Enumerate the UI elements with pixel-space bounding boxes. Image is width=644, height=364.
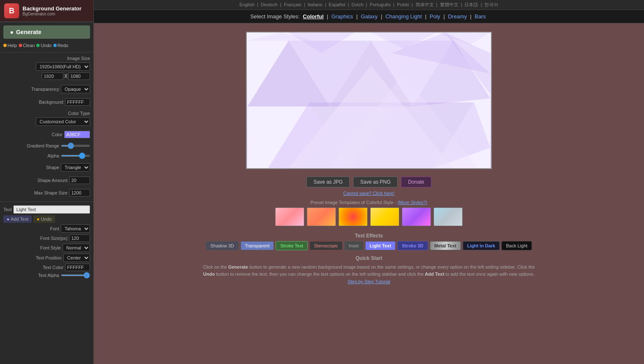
polski-link[interactable]: Polski [396, 2, 410, 7]
fx-stroke-button[interactable]: Stroke Text [276, 241, 308, 250]
app-logo: B [4, 3, 19, 18]
color-type-label: Color Type [68, 111, 90, 116]
fx-lightindark-button[interactable]: Light in Dark [463, 241, 500, 250]
fx-stereo-button[interactable]: Steroscopic [309, 241, 342, 250]
redo-action[interactable]: Redo [53, 43, 68, 48]
text-undo-dot: ● [37, 217, 40, 222]
fx-light-button[interactable]: Light Text [365, 241, 396, 250]
alpha-section: Alpha [0, 152, 93, 162]
top-actions: Help Clean Undo Redo [0, 42, 93, 50]
italiano-link[interactable]: Italiano [306, 2, 323, 7]
shape-amount-label: Shape Amount [38, 178, 68, 183]
undo-action[interactable]: Undo [36, 43, 51, 48]
image-size-section: Image Size 1920x1080(Full HD) X [0, 54, 93, 83]
preset-1[interactable] [275, 207, 304, 226]
preset-3[interactable] [338, 207, 368, 226]
presets-section: Preset Image Templates of Colorful Style… [94, 200, 644, 229]
chinese-traditional-link[interactable]: 繁體中文 [439, 2, 460, 7]
text-position-select[interactable]: Center [63, 254, 90, 262]
text-undo-button[interactable]: ● Undo [33, 215, 55, 223]
korean-link[interactable]: 한국어 [483, 2, 499, 7]
english-link[interactable]: English [238, 2, 256, 7]
main-content: English | Deutsch | Français | Italiano … [94, 0, 644, 364]
style-changing-light[interactable]: Changing Light [386, 13, 422, 20]
presets-label: Preset Image Templates of Colorful Style… [94, 200, 644, 205]
text-effects-label: Text Effects [94, 233, 644, 239]
quick-start-label: Quick Start [94, 255, 644, 261]
help-action[interactable]: Help [3, 43, 17, 48]
clean-action[interactable]: Clean [19, 43, 35, 48]
fx-transparent-button[interactable]: Transparent [241, 241, 274, 250]
francais-link[interactable]: Français [283, 2, 303, 7]
preview-area [94, 23, 644, 173]
image-size-label: Image Size [67, 56, 90, 61]
chinese-simplified-link[interactable]: 简体中文 [414, 2, 435, 7]
language-bar: English | Deutsch | Français | Italiano … [94, 0, 644, 10]
undo-dot [36, 44, 40, 47]
style-bars[interactable]: Bars [475, 13, 486, 20]
width-input[interactable] [42, 72, 63, 80]
font-select[interactable]: Tahoma [61, 224, 90, 233]
text-color-input[interactable] [65, 264, 90, 271]
shape-amount-section: Shape Amount [0, 175, 93, 187]
color-input[interactable] [64, 131, 90, 138]
style-galaxy[interactable]: Galaxy [361, 13, 378, 20]
clean-dot [19, 44, 22, 47]
preset-4[interactable] [370, 207, 399, 226]
save-jpg-button[interactable]: Save as JPG [306, 177, 350, 187]
fx-backlight-button[interactable]: Back Light [501, 241, 532, 250]
more-styles-link[interactable]: (More Styles?) [398, 200, 428, 205]
height-input[interactable] [68, 72, 90, 80]
preset-2[interactable] [307, 207, 336, 226]
shape-label: Shape [46, 165, 59, 170]
text-effects-buttons: Shadow 3D Transparent Stroke Text Steros… [94, 241, 644, 250]
text-preview: Light Text [13, 205, 90, 214]
style-colorful[interactable]: Colorful [303, 13, 324, 20]
sidebar-header: B Background Generator BgGenerator.com [0, 0, 93, 22]
background-label: Background [39, 100, 63, 105]
gradient-range-slider[interactable] [61, 145, 90, 147]
shape-amount-input[interactable] [69, 177, 90, 184]
save-png-button[interactable]: Save as PNG [353, 177, 398, 187]
preset-6[interactable] [434, 207, 463, 226]
espanol-link[interactable]: Español [328, 2, 347, 7]
deutsch-link[interactable]: Deutsch [260, 2, 279, 7]
style-graphics[interactable]: Graphics [331, 13, 353, 20]
dutch-link[interactable]: Dutch [350, 2, 365, 7]
japanese-link[interactable]: 日本語 [463, 2, 479, 7]
image-size-select[interactable]: 1920x1080(Full HD) [36, 62, 90, 71]
generate-label: Generate [16, 29, 41, 35]
cannot-save-link[interactable]: Cannot save? Click here! [343, 191, 395, 196]
shape-select[interactable]: Triangle [61, 163, 90, 172]
style-dreamy[interactable]: Dreamy [448, 13, 467, 20]
color-type-select[interactable]: Customized Color [36, 117, 90, 126]
style-poly[interactable]: Poly [430, 13, 440, 20]
transparency-section: Transparency Opaque [0, 83, 93, 97]
fx-inset-button[interactable]: Inset [344, 241, 363, 250]
app-title: Background Generator [23, 5, 82, 12]
step-link: Step by Step Tutorial [94, 279, 644, 284]
portugues-link[interactable]: Português [368, 2, 392, 7]
gradient-range-section: Gradient Range [0, 142, 93, 152]
generate-button[interactable]: ● Generate [3, 25, 90, 39]
add-text-button[interactable]: ● Add Text [3, 215, 32, 223]
font-style-select[interactable]: Normal [63, 244, 90, 252]
step-tutorial-link[interactable]: Step by Step Tutorial [348, 279, 390, 284]
text-alpha-slider[interactable] [61, 274, 90, 276]
gradient-range-label: Gradient Range [27, 143, 59, 148]
action-buttons: Save as JPG Save as PNG Donate [94, 177, 644, 187]
max-shape-size-label: Max Shape Size [34, 190, 68, 195]
donate-button[interactable]: Donate [401, 177, 431, 187]
add-text-dot: ● [7, 217, 10, 222]
background-color-input[interactable] [65, 98, 90, 106]
max-shape-size-input[interactable] [69, 189, 90, 197]
size-separator: X [64, 73, 68, 79]
fx-shadow3d-button[interactable]: Shadow 3D [206, 241, 239, 250]
fx-metal-button[interactable]: Metal Text [430, 241, 461, 250]
fx-stroke3d-button[interactable]: Stroke 3D [397, 241, 428, 250]
transparency-select[interactable]: Opaque [61, 85, 90, 93]
background-section: Background [0, 97, 93, 109]
preset-5[interactable] [402, 207, 431, 226]
font-size-input[interactable] [69, 234, 90, 242]
alpha-slider[interactable] [61, 155, 90, 157]
